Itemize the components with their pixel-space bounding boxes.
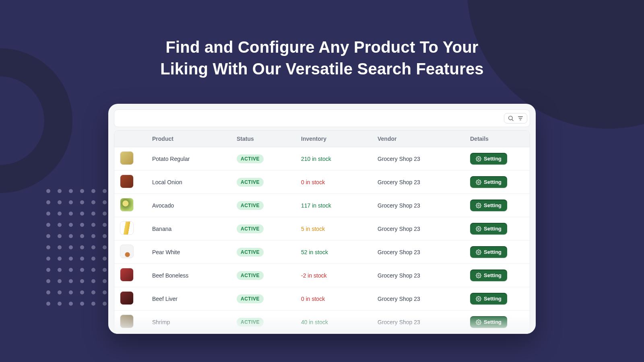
- setting-button[interactable]: Setting: [470, 223, 507, 234]
- column-product-header: Product: [147, 131, 231, 147]
- setting-button[interactable]: Setting: [470, 316, 507, 328]
- search-tools-group: [504, 113, 527, 123]
- setting-button[interactable]: Setting: [470, 153, 507, 165]
- inventory-value: -2 in stock: [301, 272, 327, 279]
- inventory-value: 40 in stock: [301, 319, 328, 325]
- setting-button-label: Setting: [484, 226, 502, 232]
- vendor-name: Grocery Shop 23: [378, 272, 420, 279]
- decorative-dot-grid: [46, 189, 107, 306]
- setting-button-label: Setting: [484, 179, 502, 185]
- product-thumb: [120, 175, 134, 188]
- gear-icon: [476, 226, 481, 232]
- table-row: BananaACTIVE5 in stockGrocery Shop 23Set…: [114, 217, 530, 241]
- table-row: Beef LiverACTIVE0 in stockGrocery Shop 2…: [114, 287, 530, 311]
- svg-point-11: [478, 298, 479, 300]
- setting-button[interactable]: Setting: [470, 269, 507, 281]
- gear-icon: [476, 273, 481, 278]
- table-header-row: Product Status Inventory Vendor Details: [114, 131, 530, 147]
- table-row: AvocadoACTIVE117 in stockGrocery Shop 23…: [114, 194, 530, 217]
- product-name: Local Onion: [152, 179, 182, 185]
- product-thumb: [120, 245, 134, 258]
- vendor-name: Grocery Shop 23: [378, 319, 420, 325]
- product-name: Avocado: [152, 202, 174, 209]
- status-badge: ACTIVE: [237, 271, 264, 280]
- setting-button-label: Setting: [484, 156, 502, 162]
- product-thumb: [120, 221, 134, 235]
- svg-point-5: [478, 158, 479, 160]
- inventory-value: 210 in stock: [301, 156, 331, 162]
- status-badge: ACTIVE: [237, 294, 264, 303]
- setting-button[interactable]: Setting: [470, 293, 507, 304]
- setting-button-label: Setting: [484, 319, 502, 325]
- svg-point-0: [509, 116, 512, 120]
- page-headline: Find and Configure Any Product To Your L…: [0, 36, 644, 80]
- column-details-header: Details: [464, 131, 530, 147]
- vendor-name: Grocery Shop 23: [378, 296, 420, 302]
- svg-line-1: [512, 119, 513, 121]
- product-thumb: [120, 198, 134, 212]
- column-vendor-header: Vendor: [372, 131, 464, 147]
- filter-icon[interactable]: [517, 115, 524, 121]
- product-list-card: Product Status Inventory Vendor Details …: [108, 104, 536, 334]
- gear-icon: [476, 179, 481, 185]
- status-badge: ACTIVE: [237, 178, 264, 187]
- table-row: Potato RegularACTIVE210 in stockGrocery …: [114, 147, 530, 171]
- column-inventory-header: Inventory: [295, 131, 372, 147]
- product-name: Banana: [152, 226, 171, 232]
- gear-icon: [476, 203, 481, 208]
- column-thumb-header: [114, 131, 147, 147]
- svg-point-8: [478, 228, 479, 230]
- product-thumb: [120, 151, 134, 165]
- product-name: Pear White: [152, 249, 180, 255]
- search-bar[interactable]: [114, 109, 530, 127]
- svg-point-7: [478, 205, 479, 206]
- setting-button-label: Setting: [484, 296, 502, 302]
- product-thumb: [120, 268, 134, 282]
- inventory-value: 0 in stock: [301, 179, 325, 185]
- table-row: Pear WhiteACTIVE52 in stockGrocery Shop …: [114, 241, 530, 264]
- search-icon[interactable]: [508, 115, 514, 121]
- product-name: Beef Boneless: [152, 272, 188, 279]
- product-table: Product Status Inventory Vendor Details …: [114, 131, 530, 333]
- setting-button-label: Setting: [484, 272, 502, 278]
- setting-button[interactable]: Setting: [470, 200, 507, 211]
- status-badge: ACTIVE: [237, 154, 264, 163]
- status-badge: ACTIVE: [237, 224, 264, 233]
- headline-line-1: Find and Configure Any Product To Your: [165, 38, 478, 56]
- setting-button-label: Setting: [484, 202, 502, 208]
- vendor-name: Grocery Shop 23: [378, 179, 420, 185]
- status-badge: ACTIVE: [237, 248, 264, 257]
- gear-icon: [476, 249, 481, 255]
- setting-button-label: Setting: [484, 249, 502, 255]
- gear-icon: [476, 156, 481, 162]
- svg-point-9: [478, 251, 479, 253]
- svg-point-6: [478, 181, 479, 183]
- headline-line-2: Liking With Our Versatile Search Feature…: [160, 60, 484, 78]
- inventory-value: 117 in stock: [301, 202, 331, 209]
- vendor-name: Grocery Shop 23: [378, 202, 420, 209]
- setting-button[interactable]: Setting: [470, 246, 507, 258]
- inventory-value: 0 in stock: [301, 296, 325, 302]
- status-badge: ACTIVE: [237, 318, 264, 327]
- gear-icon: [476, 296, 481, 302]
- vendor-name: Grocery Shop 23: [378, 249, 420, 255]
- status-badge: ACTIVE: [237, 201, 264, 210]
- vendor-name: Grocery Shop 23: [378, 226, 420, 232]
- svg-point-10: [478, 275, 479, 276]
- product-name: Potato Regular: [152, 156, 190, 162]
- product-table-container: Product Status Inventory Vendor Details …: [114, 130, 530, 334]
- table-row: Local OnionACTIVE0 in stockGrocery Shop …: [114, 171, 530, 194]
- product-thumb: [120, 291, 134, 305]
- product-name: Beef Liver: [152, 296, 178, 302]
- column-status-header: Status: [231, 131, 295, 147]
- inventory-value: 52 in stock: [301, 249, 328, 255]
- vendor-name: Grocery Shop 23: [378, 156, 420, 162]
- product-thumb: [120, 315, 134, 328]
- svg-point-12: [478, 321, 479, 323]
- table-row: ShrimpACTIVE40 in stockGrocery Shop 23Se…: [114, 311, 530, 334]
- setting-button[interactable]: Setting: [470, 176, 507, 188]
- gear-icon: [476, 319, 481, 325]
- table-row: Beef BonelessACTIVE-2 in stockGrocery Sh…: [114, 264, 530, 287]
- product-name: Shrimp: [152, 319, 170, 325]
- inventory-value: 5 in stock: [301, 226, 325, 232]
